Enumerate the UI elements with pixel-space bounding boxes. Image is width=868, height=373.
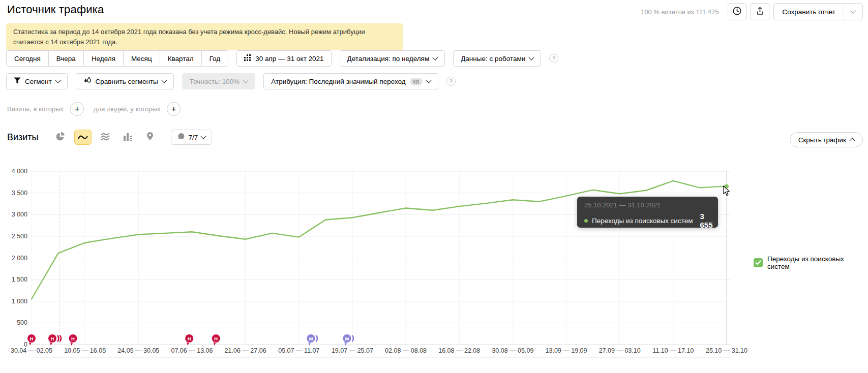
comment-bubble-icon	[177, 133, 185, 142]
svg-text:27.09 — 03.10: 27.09 — 03.10	[599, 347, 641, 354]
chevron-down-icon	[426, 77, 431, 83]
period-tab-0[interactable]: Сегодня	[7, 51, 48, 66]
compare-segments-dropdown[interactable]: Сравнить сегменты	[76, 73, 174, 89]
people-filter-label: для людей, у которых	[94, 105, 160, 113]
page-title: Источник трафика	[7, 3, 104, 16]
legend-checkbox-checked[interactable]	[754, 258, 763, 267]
save-report-button[interactable]: Сохранить отчет	[774, 4, 844, 20]
export-button[interactable]	[751, 3, 769, 20]
chart-type-pie-button[interactable]	[52, 130, 69, 145]
annotations-count: 7/7	[189, 134, 198, 141]
chevron-down-icon	[161, 77, 167, 83]
chevron-up-icon	[849, 138, 855, 143]
svg-text:Н: Н	[30, 336, 34, 341]
chart-type-line-button[interactable]	[74, 130, 92, 145]
svg-text:1 500: 1 500	[12, 276, 27, 283]
svg-text:2 000: 2 000	[12, 255, 27, 262]
svg-text:30.08 — 05.09: 30.08 — 05.09	[492, 347, 533, 354]
legend-item-search-traffic[interactable]: Переходы из поисковых систем	[754, 255, 868, 270]
tooltip-series-row: Переходы из поисковых систем 3 655	[584, 212, 711, 229]
svg-text:19.07 — 25.07: 19.07 — 25.07	[332, 347, 373, 354]
accuracy-dropdown[interactable]: Точность: 100%	[182, 73, 255, 89]
svg-text:2 500: 2 500	[12, 233, 27, 240]
detail-label: Детализация: по неделям	[347, 55, 430, 63]
visits-line-chart[interactable]: 05001 0001 5002 0002 5003 0003 5004 0003…	[0, 147, 868, 366]
save-report-split-button: Сохранить отчет	[773, 3, 863, 20]
period-tab-4[interactable]: Квартал	[160, 51, 201, 66]
annotations-dropdown[interactable]: 7/7	[171, 130, 213, 145]
svg-text:10.05 — 16.05: 10.05 — 16.05	[64, 347, 106, 354]
add-people-filter-button[interactable]: +	[167, 102, 181, 116]
svg-text:07.06 — 13.06: 07.06 — 13.06	[171, 347, 213, 354]
svg-text:25.10 — 31.10: 25.10 — 31.10	[706, 347, 747, 354]
segment-controls-row: Сегмент Сравнить сегменты Точность: 100%…	[6, 73, 456, 89]
period-controls-row: СегодняВчераНеделяМесяцКварталГод 30 апр…	[6, 50, 558, 67]
date-range-label: 30 апр — 31 окт 2021	[255, 55, 323, 63]
header-actions: 100 % визитов из 111 475 Сохранить отчет	[641, 3, 863, 20]
chevron-down-icon	[529, 54, 534, 60]
hide-chart-label: Скрыть график	[798, 136, 846, 144]
chevron-down-icon	[55, 77, 61, 83]
svg-text:Н: Н	[214, 336, 218, 341]
attribution-notice-banner: Статистика за период до 14 октября 2021 …	[6, 23, 403, 50]
visits-filter-label: Визиты, в которых	[7, 105, 64, 113]
period-tabs: СегодняВчераНеделяМесяцКварталГод	[6, 50, 228, 67]
chevron-down-icon	[243, 77, 249, 83]
chart-type-map-button[interactable]	[141, 130, 159, 145]
svg-text:М: М	[309, 336, 313, 341]
svg-text:3 500: 3 500	[12, 190, 27, 197]
svg-text:4 000: 4 000	[12, 168, 27, 175]
period-tab-5[interactable]: Год	[201, 51, 228, 66]
history-button[interactable]	[728, 3, 746, 20]
accuracy-label: Точность: 100%	[190, 78, 240, 85]
svg-text:21.06 — 27.06: 21.06 — 27.06	[225, 347, 266, 354]
detail-dropdown[interactable]: Детализация: по неделям	[340, 50, 445, 67]
chart-type-areas-button[interactable]	[97, 130, 114, 145]
data-mode-label: Данные: с роботами	[461, 55, 525, 63]
hide-chart-button[interactable]: Скрыть график	[790, 132, 863, 147]
svg-text:30.04 — 02.05: 30.04 — 02.05	[11, 347, 52, 354]
pie-chart-icon	[55, 132, 65, 143]
svg-text:13.09 — 19.09: 13.09 — 19.09	[546, 347, 587, 354]
metric-bar: Визиты	[7, 130, 212, 145]
map-pin-icon	[146, 132, 154, 143]
line-chart-icon	[77, 133, 88, 142]
chevron-down-icon	[433, 54, 438, 60]
attribution-dropdown[interactable]: Атрибуция: Последний значимый переход кд	[263, 73, 438, 89]
chevron-down-icon	[201, 133, 206, 139]
filter-row: Визиты, в которых + для людей, у которых…	[7, 102, 181, 116]
metric-title: Визиты	[7, 132, 39, 143]
svg-text:02.08 — 08.08: 02.08 — 08.08	[385, 347, 427, 354]
series-bullet-icon	[584, 219, 588, 223]
chevron-down-icon	[850, 8, 856, 13]
svg-text:1 000: 1 000	[12, 298, 27, 305]
attribution-label: Атрибуция: Последний значимый переход	[271, 78, 405, 85]
funnel-icon	[14, 77, 21, 85]
stacked-areas-icon	[100, 132, 110, 142]
segment-label: Сегмент	[25, 78, 52, 85]
date-range-button[interactable]: 30 апр — 31 окт 2021	[236, 50, 331, 67]
svg-text:500: 500	[17, 319, 27, 326]
tooltip-date-range: 25.10.2021 — 31.10.2021	[584, 201, 711, 209]
svg-text:24.05 — 30.05: 24.05 — 30.05	[117, 347, 159, 354]
svg-text:11.10 — 17.10: 11.10 — 17.10	[652, 347, 694, 354]
segment-dropdown[interactable]: Сегмент	[6, 73, 68, 89]
save-report-menu-button[interactable]	[844, 4, 862, 20]
period-tab-2[interactable]: Неделя	[83, 51, 123, 66]
attribution-kd-badge: кд	[410, 78, 423, 85]
chart-type-columns-button[interactable]	[119, 130, 136, 145]
clock-icon	[732, 6, 742, 17]
help-icon[interactable]: ?	[446, 77, 456, 86]
data-mode-dropdown[interactable]: Данные: с роботами	[453, 50, 541, 67]
svg-text:3 000: 3 000	[12, 211, 27, 218]
svg-text:М: М	[345, 336, 349, 341]
add-visits-filter-button[interactable]: +	[70, 102, 84, 116]
help-icon[interactable]: ?	[549, 54, 558, 63]
svg-text:Н: Н	[188, 336, 191, 341]
svg-text:Н: Н	[51, 336, 54, 341]
svg-text:05.07 — 11.07: 05.07 — 11.07	[278, 347, 319, 354]
period-tab-1[interactable]: Вчера	[48, 51, 83, 66]
chart-tooltip: 25.10.2021 — 31.10.2021 Переходы из поис…	[577, 197, 718, 228]
svg-text:Н: Н	[71, 336, 75, 341]
period-tab-3[interactable]: Месяц	[123, 51, 160, 66]
